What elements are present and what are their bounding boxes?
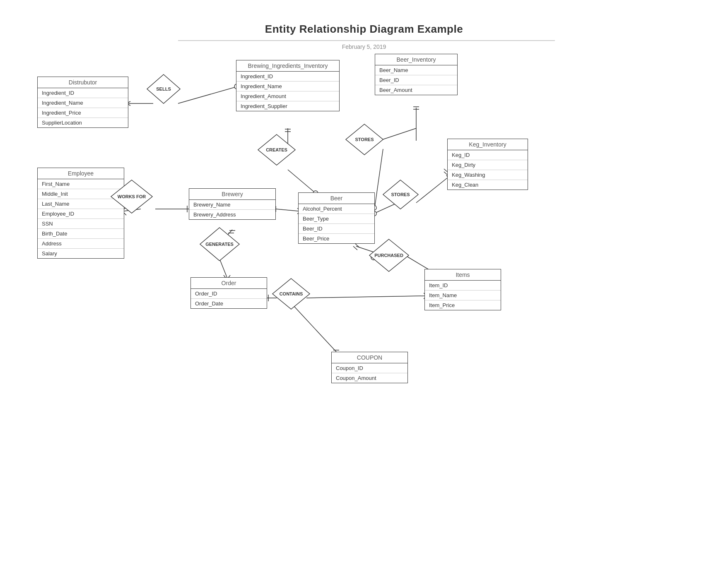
diamond-creates: CREATES <box>256 132 297 168</box>
svg-line-45 <box>353 246 357 250</box>
entity-order: Order Order_ID Order_Date <box>190 277 267 309</box>
svg-text:CREATES: CREATES <box>266 147 287 152</box>
attr-ingredient-name: Ingredient_Name <box>38 98 128 108</box>
attr-brewery-name: Brewery_Name <box>189 200 275 210</box>
attr-supplier-location: SupplierLocation <box>38 118 128 127</box>
attr-ingredient-id-brew: Ingredient_ID <box>236 72 339 82</box>
attr-salary: Salary <box>38 249 124 258</box>
attr-ingredient-id: Ingredient_ID <box>38 88 128 98</box>
attr-item-price: Item_Price <box>425 300 501 310</box>
attr-beer-price: Beer_Price <box>299 234 374 243</box>
entity-brewery: Brewery Brewery_Name Brewery_Address <box>189 188 276 220</box>
attr-coupon-id: Coupon_ID <box>332 363 407 373</box>
diamond-stores2: STORES <box>381 178 420 211</box>
entity-keg-inventory-header: Keg_Inventory <box>448 139 528 150</box>
svg-line-41 <box>294 306 336 352</box>
entity-beer-inventory-header: Beer_Inventory <box>375 54 457 65</box>
entity-coupon: COUPON Coupon_ID Coupon_Amount <box>331 352 408 383</box>
attr-order-date: Order_Date <box>191 299 267 308</box>
svg-line-18 <box>416 178 447 203</box>
attr-alcohol-percent: Alcohol_Percent <box>299 204 374 214</box>
attr-item-id: Item_ID <box>425 281 501 291</box>
entity-brewery-header: Brewery <box>189 189 275 200</box>
entity-order-header: Order <box>191 278 267 289</box>
attr-ingredient-name-brew: Ingredient_Name <box>236 82 339 91</box>
entity-employee-header: Employee <box>38 168 124 179</box>
diagram-container: Entity Relationship Diagram Example Febr… <box>0 0 728 562</box>
attr-brewery-address: Brewery_Address <box>189 210 275 219</box>
svg-text:CONTAINS: CONTAINS <box>280 291 303 296</box>
entity-keg-inventory: Keg_Inventory Keg_ID Keg_Dirty Keg_Washi… <box>447 139 528 190</box>
attr-ingredient-supplier: Ingredient_Supplier <box>236 101 339 111</box>
entity-beer-inventory: Beer_Inventory Beer_Name Beer_ID Beer_Am… <box>375 54 458 95</box>
svg-line-52 <box>444 172 447 175</box>
attr-beer-amount: Beer_Amount <box>375 85 457 95</box>
svg-line-38 <box>306 296 424 298</box>
diamond-works-for: WORKS FOR <box>109 178 154 215</box>
attr-keg-clean: Keg_Clean <box>448 180 528 190</box>
attr-beer-id: Beer_ID <box>299 224 374 234</box>
attr-keg-washing: Keg_Washing <box>448 170 528 180</box>
attr-keg-dirty: Keg_Dirty <box>448 160 528 170</box>
attr-beer-type: Beer_Type <box>299 214 374 224</box>
attr-birth-date: Birth_Date <box>38 229 124 239</box>
entity-brewing-inventory-header: Brewing_Ingredients_Inventory <box>236 60 339 72</box>
svg-line-51 <box>444 169 447 172</box>
diamond-stores1: STORES <box>344 122 385 157</box>
attr-coupon-amount: Coupon_Amount <box>332 373 407 383</box>
attr-beer-name: Beer_Name <box>375 65 457 75</box>
attr-order-id: Order_ID <box>191 289 267 299</box>
attr-ssn: SSN <box>38 219 124 229</box>
entity-items-header: Items <box>425 269 501 281</box>
entity-items: Items Item_ID Item_Name Item_Price <box>424 269 501 310</box>
svg-line-26 <box>276 209 298 211</box>
svg-text:WORKS FOR: WORKS FOR <box>118 194 146 199</box>
entity-beer-header: Beer <box>299 193 374 204</box>
entity-distributor-header: Distrubutor <box>38 77 128 88</box>
attr-beer-id-inv: Beer_ID <box>375 75 457 85</box>
diamond-generates: GENERATES <box>198 226 241 263</box>
entity-brewing-inventory: Brewing_Ingredients_Inventory Ingredient… <box>236 60 340 111</box>
diamond-sells: SELLS <box>145 72 182 106</box>
diamond-purchased: PURCHASED <box>367 237 411 274</box>
diamond-contains: CONTAINS <box>270 276 312 312</box>
svg-text:STORES: STORES <box>355 137 374 142</box>
attr-address: Address <box>38 239 124 249</box>
attr-ingredient-price: Ingredient_Price <box>38 108 128 118</box>
svg-text:PURCHASED: PURCHASED <box>374 253 403 258</box>
svg-line-9 <box>288 170 315 192</box>
svg-text:GENERATES: GENERATES <box>205 242 234 247</box>
svg-text:STORES: STORES <box>391 192 410 197</box>
svg-line-4 <box>178 87 236 103</box>
attr-keg-id: Keg_ID <box>448 150 528 160</box>
entity-distributor: Distrubutor Ingredient_ID Ingredient_Nam… <box>37 77 128 128</box>
entity-coupon-header: COUPON <box>332 352 407 363</box>
attr-ingredient-amount: Ingredient_Amount <box>236 91 339 101</box>
attr-item-name: Item_Name <box>425 291 501 300</box>
svg-text:SELLS: SELLS <box>156 86 171 91</box>
entity-beer: Beer Alcohol_Percent Beer_Type Beer_ID B… <box>298 192 375 244</box>
